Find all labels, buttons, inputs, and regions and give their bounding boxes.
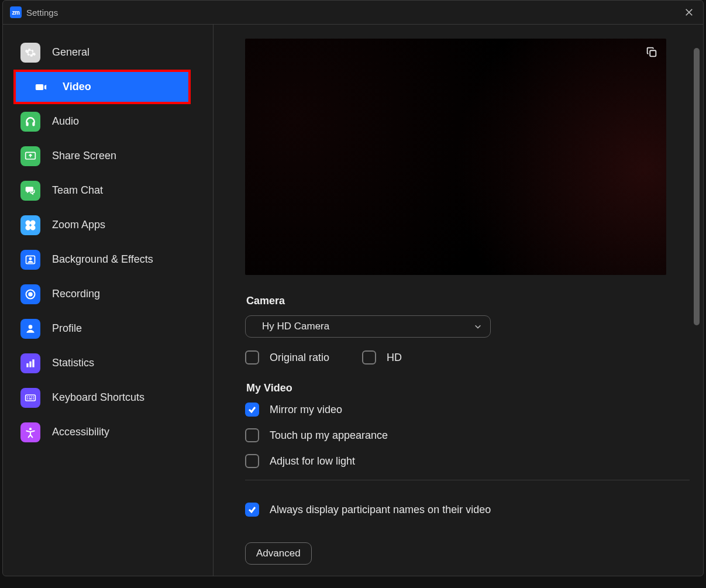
keyboard-icon [20, 388, 40, 408]
statistics-icon [20, 353, 40, 373]
sidebar-item-video[interactable]: Video [13, 70, 191, 104]
checkbox-box [245, 350, 259, 365]
headphones-icon [20, 112, 40, 132]
svg-rect-0 [26, 122, 29, 126]
sidebar-item-label: Statistics [52, 357, 94, 369]
sidebar-item-recording[interactable]: Recording [3, 277, 213, 311]
hd-label: HD [387, 352, 402, 364]
sidebar-item-team-chat[interactable]: Team Chat [3, 173, 213, 208]
hd-checkbox[interactable]: HD [362, 350, 402, 365]
sidebar-item-label: Background & Effects [52, 253, 153, 266]
sidebar-item-accessibility[interactable]: Accessibility [3, 415, 213, 449]
mirror-my-video-label: Mirror my video [270, 404, 342, 416]
original-ratio-label: Original ratio [270, 352, 329, 364]
my-video-section-label: My Video [246, 382, 690, 394]
sidebar-item-statistics[interactable]: Statistics [3, 346, 213, 380]
touch-up-appearance-checkbox[interactable]: Touch up my appearance [245, 428, 690, 442]
always-display-names-label: Always display participant names on thei… [270, 504, 491, 516]
svg-rect-13 [29, 361, 31, 367]
svg-point-10 [28, 292, 33, 297]
svg-rect-17 [650, 50, 656, 56]
settings-window: zm Settings GeneralVideoAudioShare Scree… [2, 0, 704, 576]
sidebar-item-label: Video [63, 81, 91, 93]
close-icon [685, 8, 693, 16]
camera-select[interactable]: Hy HD Camera [245, 315, 491, 338]
divider [245, 480, 690, 480]
sidebar-item-profile[interactable]: Profile [3, 311, 213, 346]
always-display-names-checkbox[interactable]: Always display participant names on thei… [245, 503, 690, 517]
sidebar-item-general[interactable]: General [3, 35, 213, 70]
svg-point-5 [26, 225, 30, 229]
adjust-low-light-checkbox[interactable]: Adjust for low light [245, 454, 690, 468]
sidebar-item-label: Accessibility [52, 426, 109, 438]
check-icon [247, 405, 257, 414]
svg-point-6 [31, 225, 35, 229]
svg-rect-14 [32, 359, 34, 367]
sidebar-item-label: Share Screen [52, 150, 116, 162]
main-panel: Camera Hy HD Camera Original ratio HD [213, 25, 703, 576]
camera-select-value: Hy HD Camera [262, 321, 329, 332]
svg-point-11 [29, 325, 33, 329]
video-settings-panel: Camera Hy HD Camera Original ratio HD [245, 39, 690, 565]
video-icon [31, 77, 51, 97]
apps-icon [20, 215, 40, 235]
svg-point-8 [29, 257, 32, 260]
camera-section-label: Camera [246, 295, 690, 307]
checkbox-box [245, 403, 259, 417]
sidebar-item-share-screen[interactable]: Share Screen [3, 139, 213, 173]
profile-icon [20, 319, 40, 339]
rotate-icon [645, 46, 658, 59]
sidebar-item-label: General [52, 46, 89, 59]
close-button[interactable] [682, 5, 696, 19]
original-ratio-checkbox[interactable]: Original ratio [245, 350, 329, 365]
background-icon [20, 250, 40, 270]
sidebar-item-background-effects[interactable]: Background & Effects [3, 242, 213, 277]
svg-rect-12 [26, 363, 28, 367]
svg-point-4 [31, 221, 35, 225]
accessibility-icon [20, 422, 40, 442]
advanced-button[interactable]: Advanced [245, 542, 312, 565]
sidebar: GeneralVideoAudioShare ScreenTeam ChatZo… [3, 25, 213, 576]
checkbox-box [245, 428, 259, 442]
svg-point-3 [26, 221, 30, 225]
zoom-app-icon: zm [10, 6, 22, 18]
sidebar-item-audio[interactable]: Audio [3, 104, 213, 139]
checkbox-box [245, 454, 259, 468]
ratio-hd-row: Original ratio HD [245, 350, 690, 365]
gear-icon [20, 43, 40, 63]
scrollbar[interactable] [693, 48, 701, 552]
video-preview [245, 39, 666, 275]
share-screen-icon [20, 146, 40, 166]
check-icon [247, 505, 257, 514]
chevron-down-icon [474, 322, 482, 331]
svg-rect-1 [32, 122, 35, 126]
checkbox-box [245, 503, 259, 517]
sidebar-item-label: Audio [52, 115, 79, 128]
sidebar-item-label: Zoom Apps [52, 219, 105, 231]
mirror-my-video-checkbox[interactable]: Mirror my video [245, 403, 690, 417]
scrollbar-thumb[interactable] [694, 48, 700, 325]
svg-rect-15 [26, 395, 36, 401]
sidebar-item-zoom-apps[interactable]: Zoom Apps [3, 208, 213, 242]
window-title: Settings [26, 8, 58, 18]
adjust-low-light-label: Adjust for low light [270, 455, 355, 467]
touch-up-appearance-label: Touch up my appearance [270, 429, 388, 442]
sidebar-item-label: Team Chat [52, 184, 103, 197]
chat-icon [20, 181, 40, 201]
sidebar-item-label: Keyboard Shortcuts [52, 391, 144, 404]
sidebar-item-keyboard-shortcuts[interactable]: Keyboard Shortcuts [3, 380, 213, 415]
rotate-button[interactable] [645, 46, 658, 61]
sidebar-item-label: Profile [52, 322, 82, 335]
settings-body: GeneralVideoAudioShare ScreenTeam ChatZo… [3, 25, 703, 576]
svg-point-16 [29, 428, 32, 430]
sidebar-item-label: Recording [52, 288, 100, 300]
record-icon [20, 284, 40, 304]
titlebar: zm Settings [3, 1, 703, 25]
checkbox-box [362, 350, 376, 365]
